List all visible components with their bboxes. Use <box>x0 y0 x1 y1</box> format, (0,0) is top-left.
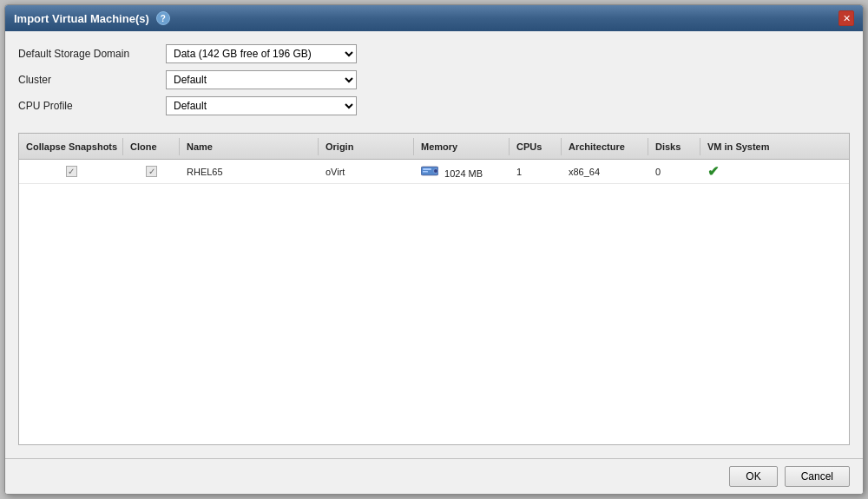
th-architecture: Architecture <box>562 138 648 155</box>
vm-architecture: x86_64 <box>562 163 648 181</box>
storage-domain-select[interactable]: Data (142 GB free of 196 GB) <box>166 44 357 63</box>
title-bar-left: Import Virtual Machine(s) ? <box>14 11 170 25</box>
collapse-snapshots-checkbox-cell: ✓ <box>19 162 123 181</box>
vm-in-system-check-icon: ✔ <box>707 164 719 179</box>
cpu-profile-select[interactable]: Default <box>166 96 357 115</box>
title-bar: Import Virtual Machine(s) ? ✕ <box>5 5 863 31</box>
collapse-snapshots-checkbox[interactable]: ✓ <box>66 166 77 177</box>
form-section: Default Storage Domain Data (142 GB free… <box>18 44 850 115</box>
cluster-row: Cluster Default <box>18 70 850 89</box>
dialog-body: Default Storage Domain Data (142 GB free… <box>5 31 863 458</box>
th-memory: Memory <box>414 138 510 155</box>
th-name: Name <box>180 138 319 155</box>
th-cpus: CPUs <box>510 138 562 155</box>
cluster-label: Cluster <box>18 74 157 86</box>
th-disks: Disks <box>648 138 700 155</box>
dialog-footer: OK Cancel <box>5 458 863 494</box>
storage-domain-row: Default Storage Domain Data (142 GB free… <box>18 44 850 63</box>
disk-icon <box>421 165 438 177</box>
import-vm-dialog: Import Virtual Machine(s) ? ✕ Default St… <box>4 4 864 495</box>
vm-in-system: ✔ <box>700 160 849 183</box>
disk-svg <box>421 165 438 177</box>
clone-checkbox[interactable]: ✓ <box>146 166 157 177</box>
vm-origin: oVirt <box>319 163 414 181</box>
vm-cpus: 1 <box>510 163 562 181</box>
th-clone: Clone <box>123 138 180 155</box>
cpu-profile-label: CPU Profile <box>18 100 157 112</box>
svg-point-3 <box>434 168 438 173</box>
close-button[interactable]: ✕ <box>838 10 854 26</box>
th-origin: Origin <box>319 138 414 155</box>
cpu-profile-row: CPU Profile Default <box>18 96 850 115</box>
cancel-button[interactable]: Cancel <box>785 466 850 487</box>
clone-checkbox-cell: ✓ <box>123 162 180 181</box>
vm-name: RHEL65 <box>180 163 319 181</box>
table-header: Collapse Snapshots Clone Name Origin Mem… <box>19 134 849 160</box>
ok-button[interactable]: OK <box>729 466 777 487</box>
vm-memory: 1024 MB <box>414 161 510 182</box>
dialog-title: Import Virtual Machine(s) <box>14 12 149 25</box>
svg-rect-2 <box>423 171 428 173</box>
table-row: ✓ ✓ RHEL65 oVirt <box>19 160 849 184</box>
th-vm-in-system: VM in System <box>700 138 849 155</box>
svg-rect-1 <box>423 168 431 170</box>
storage-domain-label: Default Storage Domain <box>18 48 157 60</box>
help-icon[interactable]: ? <box>156 11 170 25</box>
th-collapse: Collapse Snapshots <box>19 138 123 155</box>
cluster-select[interactable]: Default <box>166 70 357 89</box>
vm-table: Collapse Snapshots Clone Name Origin Mem… <box>18 133 850 445</box>
vm-disks: 0 <box>648 163 700 181</box>
table-body: ✓ ✓ RHEL65 oVirt <box>19 160 849 444</box>
